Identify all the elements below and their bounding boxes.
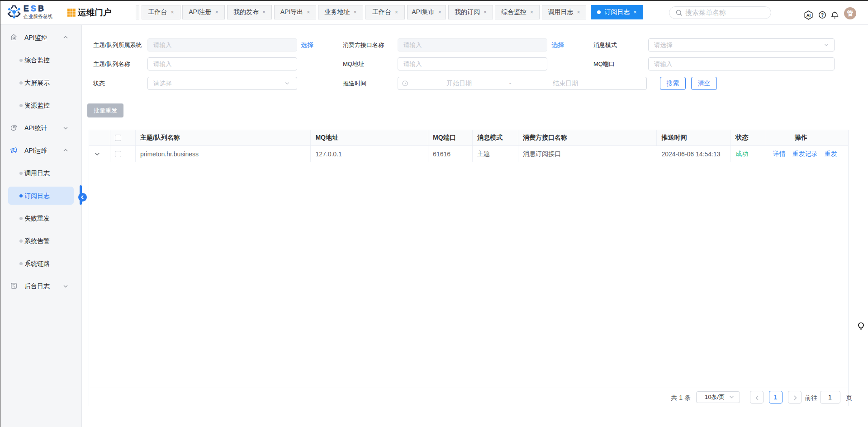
- svg-text:AI: AI: [806, 13, 811, 18]
- svg-text:?: ?: [821, 13, 824, 18]
